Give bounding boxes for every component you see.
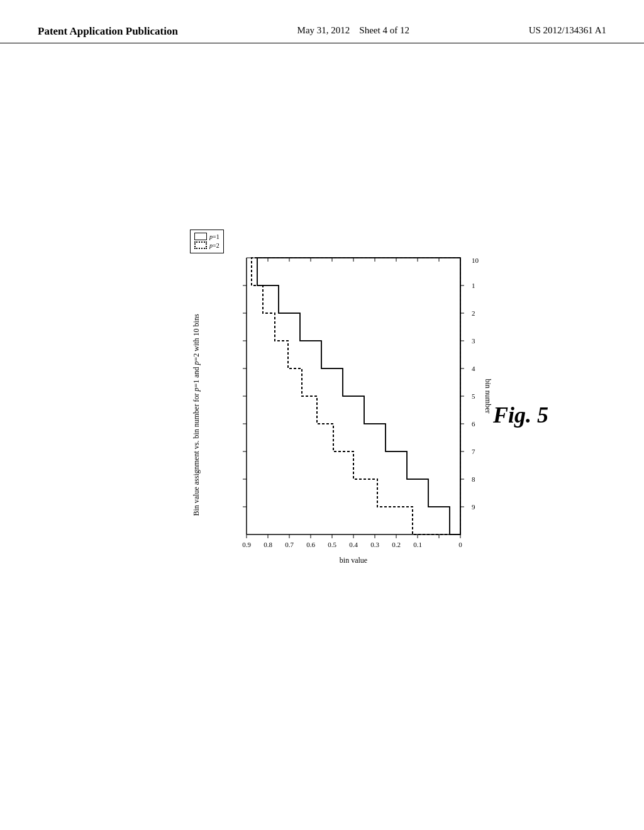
svg-text:7: 7	[472, 448, 475, 455]
svg-text:0.2: 0.2	[392, 541, 401, 548]
svg-text:0.8: 0.8	[264, 541, 272, 548]
svg-text:8: 8	[472, 475, 475, 483]
chart-wrapper: p=1 p=2 Bin value assignment vs. bin num…	[146, 220, 498, 610]
chart-svg: 0.9 0.8 0.7 0.6 0.5 0.4 0.3 0.2 0.1 0 bi…	[215, 252, 492, 578]
svg-text:1: 1	[472, 282, 475, 289]
svg-text:3: 3	[472, 337, 475, 345]
svg-text:0.1: 0.1	[413, 541, 422, 548]
svg-text:4: 4	[472, 365, 475, 372]
svg-text:9: 9	[472, 503, 475, 511]
header-center: May 31, 2012 Sheet 4 of 12	[297, 25, 409, 36]
legend-p2-label: p=2	[209, 242, 219, 249]
legend-p1-label: p=1	[209, 233, 219, 240]
svg-text:0.6: 0.6	[306, 541, 315, 548]
svg-text:0: 0	[458, 541, 462, 548]
svg-text:0.4: 0.4	[349, 541, 358, 548]
date-sheet: May 31, 2012 Sheet 4 of 12	[297, 25, 409, 35]
svg-text:0.3: 0.3	[370, 541, 379, 548]
svg-text:10: 10	[472, 257, 479, 264]
svg-text:bin value: bin value	[340, 556, 367, 565]
y-axis-label: Bin value assignment vs. bin number for …	[192, 226, 201, 604]
svg-text:6: 6	[472, 420, 475, 428]
svg-text:0.9: 0.9	[242, 541, 251, 548]
main-content: p=1 p=2 Bin value assignment vs. bin num…	[0, 43, 644, 157]
page-header: Patent Application Publication May 31, 2…	[0, 0, 644, 43]
svg-text:5: 5	[472, 392, 475, 400]
patent-number: US 2012/134361 A1	[529, 25, 606, 36]
figure-label: Fig. 5	[493, 402, 548, 428]
svg-text:0.7: 0.7	[285, 541, 294, 548]
svg-text:2: 2	[472, 309, 475, 317]
svg-text:0.5: 0.5	[328, 541, 336, 548]
publication-title: Patent Application Publication	[38, 25, 178, 38]
svg-text:bin number: bin number	[484, 379, 492, 414]
